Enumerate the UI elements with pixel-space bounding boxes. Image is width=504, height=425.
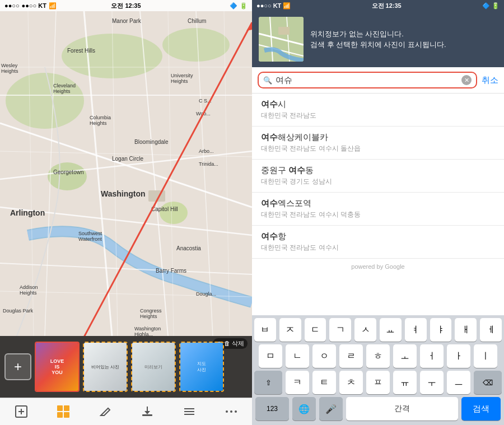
- key-yu[interactable]: ㅠ: [393, 371, 417, 394]
- key-ya[interactable]: ㅑ: [430, 318, 452, 342]
- map-label-cs: C S...: [199, 98, 212, 104]
- key-a[interactable]: ㅏ: [447, 344, 470, 368]
- map-label-anacostia: Anacostia: [176, 245, 201, 251]
- svg-rect-30: [57, 412, 63, 418]
- map-label-washington: Washington: [101, 189, 146, 198]
- space-key[interactable]: 간격: [346, 397, 458, 421]
- key-g[interactable]: ㄱ: [329, 318, 351, 342]
- status-icons-right: 🔷 🔋: [482, 2, 500, 10]
- result-item-4[interactable]: 여수엑스포역 대한민국 전라남도 여수시 덕충동: [252, 193, 504, 226]
- key-u[interactable]: ㅜ: [420, 371, 444, 394]
- result-main-1: 여수시: [261, 99, 495, 110]
- key-yeo[interactable]: ㅕ: [405, 318, 427, 342]
- map-label-congress: CongressHeights: [140, 308, 162, 319]
- key-o[interactable]: ㅗ: [393, 344, 417, 368]
- photo-thumb-2[interactable]: 비어있는 사진: [83, 342, 128, 392]
- photo-thumb-4[interactable]: 지도사진: [179, 342, 224, 392]
- search-bar-container: 🔍 ✕ 취소: [252, 67, 504, 94]
- powered-by: powered by Google: [252, 259, 504, 274]
- toolbar-more-icon[interactable]: [222, 403, 240, 421]
- key-r[interactable]: ㄹ: [339, 344, 363, 368]
- key-s[interactable]: ㅅ: [354, 318, 376, 342]
- result-item-3[interactable]: 중원구 여수동 대한민국 경기도 성남시: [252, 160, 504, 193]
- toolbar-grid-icon[interactable]: [54, 403, 72, 421]
- plus-icon: +: [14, 359, 22, 375]
- key-k[interactable]: ㅋ: [286, 371, 309, 394]
- time-left: 오전 12:35: [111, 2, 141, 10]
- map-label-columbia: ColumbiaHeights: [90, 115, 111, 126]
- add-photo-button[interactable]: +: [4, 353, 31, 380]
- key-eo[interactable]: ㅓ: [420, 344, 444, 368]
- num-key[interactable]: 123: [255, 397, 289, 421]
- toolbar-new-icon[interactable]: [12, 403, 30, 421]
- toolbar-edit-icon[interactable]: [96, 403, 114, 421]
- result-main-5: 여수항: [261, 231, 495, 242]
- photo-thumb-3[interactable]: 미리보기: [131, 342, 176, 392]
- toolbar-download-icon[interactable]: [138, 403, 156, 421]
- bluetooth-right: 🔷: [482, 2, 490, 9]
- key-yo[interactable]: ㅛ: [380, 318, 402, 342]
- delete-key[interactable]: ⌫: [474, 371, 502, 394]
- bluetooth-icon-left: 🔷: [230, 2, 237, 10]
- key-i[interactable]: ㅣ: [474, 344, 497, 368]
- key-t[interactable]: ㅌ: [312, 371, 336, 394]
- result-item-2[interactable]: 여수해상케이블카 대한민국 전라남도 여수시 돌산읍: [252, 127, 504, 160]
- map-label-bloomingdale: Bloomingdale: [134, 139, 169, 145]
- shift-key[interactable]: ⇧: [254, 371, 282, 394]
- right-panel: ●●○○ KT 📶 오전 12:35 🔷 🔋: [252, 0, 504, 425]
- result-item-1[interactable]: 여수시 대한민국 전라남도: [252, 94, 504, 127]
- map-label-wesley: WesleyHeights: [1, 63, 18, 74]
- map-label-trini: Trinida...: [199, 161, 218, 167]
- map-label-addison: AddisonHeights: [20, 284, 38, 296]
- globe-key[interactable]: 🌐: [292, 397, 316, 421]
- carrier-left: ●●○○ ●●○○ KT 📶: [4, 2, 57, 10]
- photo-thumb-1[interactable]: LOVEISYOU: [35, 342, 80, 392]
- search-results: 여수시 대한민국 전라남도 여수해상케이블카 대한민국 전라남도 여수시 돌산읍…: [252, 94, 504, 315]
- key-h[interactable]: ㅎ: [366, 344, 390, 368]
- search-key[interactable]: 검색: [461, 397, 501, 421]
- keyboard: ㅂ ㅈ ㄷ ㄱ ㅅ ㅛ ㅕ ㅑ ㅐ ㅔ ㅁ ㄴ ㅇ ㄹ ㅎ ㅗ ㅓ ㅏ ㅣ ⇧ …: [252, 315, 504, 425]
- clear-button[interactable]: ✕: [461, 75, 472, 85]
- svg-rect-22: [148, 190, 165, 202]
- time-right: 오전 12:35: [372, 2, 402, 10]
- key-ae[interactable]: ㅐ: [455, 318, 477, 342]
- svg-rect-31: [64, 412, 69, 418]
- cancel-button[interactable]: 취소: [482, 75, 498, 86]
- result-main-2: 여수해상케이블카: [261, 132, 495, 143]
- key-eu[interactable]: ㅡ: [447, 371, 470, 394]
- map-label-logan: Logan Circle: [112, 156, 143, 162]
- info-message: 위치정보가 없는 사진입니다. 검색 후 선택한 위치에 사진이 표시됩니다.: [310, 29, 446, 50]
- photo-strip[interactable]: 🗑 🗑 삭제 + LOVEISYOU 비어있는 사진 미리보기 지도사: [0, 336, 252, 398]
- result-sub-3: 대한민국 경기도 성남시: [261, 177, 495, 186]
- key-ng[interactable]: ㅇ: [312, 344, 336, 368]
- mic-key[interactable]: 🎤: [319, 397, 343, 421]
- key-m[interactable]: ㅁ: [259, 344, 282, 368]
- key-d[interactable]: ㄷ: [305, 318, 326, 342]
- keyboard-row-2: ㅁ ㄴ ㅇ ㄹ ㅎ ㅗ ㅓ ㅏ ㅣ: [252, 342, 504, 368]
- map-label-dougla: Dougla...: [196, 291, 216, 297]
- map-label-cleveland: ClevelandHeights: [53, 83, 76, 94]
- key-e[interactable]: ㅔ: [480, 318, 502, 342]
- map-label-douglas-park: Douglas Park: [3, 308, 33, 314]
- search-icon: 🔍: [263, 76, 272, 85]
- result-item-5[interactable]: 여수항 대한민국 전라남도 여수시: [252, 226, 504, 259]
- signal-dots-left: ●●○○: [4, 2, 20, 9]
- photo3-content: 미리보기: [132, 343, 175, 391]
- carrier-right: ●●○○ KT 📶: [256, 2, 291, 10]
- svg-rect-28: [57, 405, 63, 411]
- svg-point-3: [162, 28, 230, 62]
- search-input[interactable]: [276, 76, 458, 85]
- key-ch[interactable]: ㅊ: [339, 371, 363, 394]
- wifi-right: 📶: [283, 2, 291, 9]
- key-b[interactable]: ㅂ: [254, 318, 276, 342]
- key-n[interactable]: ㄴ: [286, 344, 309, 368]
- photo1-text: LOVEISYOU: [50, 358, 64, 375]
- toolbar-list-icon[interactable]: [180, 403, 198, 421]
- key-p[interactable]: ㅍ: [366, 371, 390, 394]
- key-j[interactable]: ㅈ: [279, 318, 301, 342]
- result-sub-5: 대한민국 전라남도 여수시: [261, 243, 495, 253]
- svg-point-4: [48, 162, 87, 190]
- svg-point-39: [226, 410, 228, 413]
- delete-label: 🗑 삭제: [224, 339, 244, 348]
- svg-point-5: [160, 202, 188, 224]
